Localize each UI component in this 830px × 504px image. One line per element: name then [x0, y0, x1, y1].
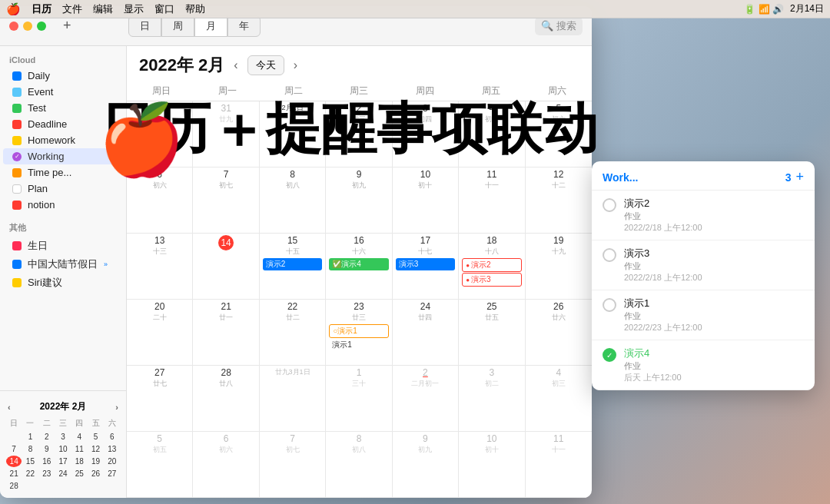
calendar-day-cell[interactable]: 30廿八: [127, 101, 193, 167]
mini-cal-day[interactable]: 10: [55, 443, 71, 455]
mini-cal-day[interactable]: 27: [105, 468, 120, 479]
reminder-circle[interactable]: [603, 198, 616, 212]
menu-window[interactable]: 窗口: [154, 2, 174, 16]
cal-prev-btn[interactable]: ‹: [234, 58, 237, 72]
calendar-day-cell[interactable]: 19十九: [526, 234, 592, 299]
menu-help[interactable]: 帮助: [185, 2, 205, 16]
mini-cal-day[interactable]: 1: [22, 431, 38, 443]
app-name[interactable]: 日历: [32, 2, 51, 16]
sidebar-item-siri[interactable]: Siri建议: [3, 274, 123, 292]
calendar-day-cell[interactable]: 10初十: [393, 167, 459, 233]
calendar-day-cell[interactable]: 6初六: [127, 167, 193, 233]
calendar-day-cell[interactable]: 17十七演示3: [393, 234, 459, 299]
reminder-item[interactable]: 演示2作业2022/2/18 上午12:00: [592, 191, 815, 240]
calendar-event[interactable]: 演示2: [263, 258, 322, 270]
calendar-event[interactable]: ✅演示4: [329, 258, 388, 270]
calendar-day-cell[interactable]: 25廿五: [459, 300, 525, 365]
reminder-circle[interactable]: [603, 348, 616, 362]
sidebar-item-plan[interactable]: Plan: [3, 181, 123, 197]
mini-cal-day[interactable]: 26: [88, 468, 103, 479]
apple-menu[interactable]: 🍎: [6, 2, 21, 16]
mini-cal-day[interactable]: 22: [22, 468, 38, 479]
calendar-day-cell[interactable]: 24廿四: [393, 300, 459, 365]
mini-cal-day[interactable]: 19: [88, 456, 103, 467]
mini-cal-day[interactable]: 6: [105, 431, 120, 443]
calendar-day-cell[interactable]: 4初五: [459, 101, 525, 167]
calendar-day-cell[interactable]: 26廿六: [526, 300, 592, 365]
mini-cal-day[interactable]: 8: [22, 443, 38, 455]
close-button[interactable]: [9, 22, 18, 31]
mini-cal-day[interactable]: 7: [6, 443, 22, 455]
calendar-day-cell[interactable]: 16十六✅演示4: [326, 234, 392, 299]
calendar-day-cell[interactable]: 10初十: [459, 432, 525, 497]
calendar-day-cell[interactable]: 2月1日: [260, 101, 326, 167]
sidebar-item-daily[interactable]: Daily: [3, 68, 123, 84]
fullscreen-button[interactable]: [37, 22, 46, 31]
calendar-day-cell[interactable]: 11十一: [526, 432, 592, 497]
mini-cal-prev[interactable]: ‹: [8, 403, 11, 412]
calendar-day-cell[interactable]: 2初三: [326, 101, 392, 167]
calendar-day-cell[interactable]: 5初六: [526, 101, 592, 167]
sidebar-item-notion[interactable]: notion: [3, 197, 123, 213]
calendar-day-cell[interactable]: 20二十: [127, 300, 193, 365]
minimize-button[interactable]: [23, 22, 32, 31]
calendar-event[interactable]: 演示1: [329, 339, 388, 351]
reminder-item[interactable]: 演示4作业后天 上午12:00: [592, 340, 815, 390]
calendar-event[interactable]: 演示3: [396, 258, 455, 270]
calendar-day-cell[interactable]: 5初五: [127, 432, 193, 497]
mini-cal-day[interactable]: 11: [71, 443, 87, 455]
menu-edit[interactable]: 编辑: [93, 2, 113, 16]
mini-cal-next[interactable]: ›: [115, 403, 118, 412]
sidebar-item-birthday[interactable]: 生日: [3, 237, 123, 255]
calendar-day-cell[interactable]: 7初七: [193, 167, 259, 233]
sidebar-item-homework[interactable]: Homework: [3, 132, 123, 148]
sidebar-item-event[interactable]: Event: [3, 84, 123, 100]
reminder-circle[interactable]: [603, 298, 616, 312]
calendar-day-cell[interactable]: 7初七: [260, 432, 326, 497]
search-box[interactable]: 🔍 搜索: [535, 17, 583, 35]
mini-cal-day[interactable]: 15: [22, 456, 38, 467]
calendar-day-cell[interactable]: 15十五演示2: [260, 234, 326, 299]
calendar-day-cell[interactable]: 3初二: [459, 366, 525, 431]
mini-cal-day[interactable]: 13: [105, 443, 120, 455]
sidebar-item-test[interactable]: Test: [3, 100, 123, 116]
calendar-day-cell[interactable]: 28廿八: [193, 366, 259, 431]
calendar-event[interactable]: ●演示3: [462, 273, 521, 287]
mini-cal-day[interactable]: 28: [6, 480, 22, 492]
add-event-button[interactable]: +: [58, 16, 76, 35]
calendar-day-cell[interactable]: 9初九: [393, 432, 459, 497]
calendar-day-cell[interactable]: 27廿七: [127, 366, 193, 431]
mini-cal-day[interactable]: 3: [55, 431, 71, 443]
mini-cal-day[interactable]: 12: [88, 443, 103, 455]
calendar-day-cell[interactable]: 31廿九: [193, 101, 259, 167]
calendar-day-cell[interactable]: 22廿二: [260, 300, 326, 365]
mini-cal-day[interactable]: 5: [88, 431, 103, 443]
reminder-circle[interactable]: [603, 248, 616, 262]
mini-cal-day[interactable]: 16: [39, 456, 55, 467]
calendar-day-cell[interactable]: 廿九3月1日: [260, 366, 326, 431]
calendar-day-cell[interactable]: 14: [193, 234, 259, 299]
mini-cal-day[interactable]: 9: [39, 443, 55, 455]
calendar-day-cell[interactable]: 21廿一: [193, 300, 259, 365]
calendar-day-cell[interactable]: 4初三: [526, 366, 592, 431]
reminder-item[interactable]: 演示3作业2022/2/18 上午12:00: [592, 240, 815, 290]
cal-next-btn[interactable]: ›: [294, 58, 297, 72]
mini-cal-day[interactable]: 20: [105, 456, 120, 467]
reminders-add-button[interactable]: +: [795, 169, 804, 185]
calendar-day-cell[interactable]: 13十三: [127, 234, 193, 299]
today-button[interactable]: 今天: [247, 55, 284, 75]
mini-cal-day[interactable]: 25: [71, 468, 87, 479]
menu-file[interactable]: 文件: [62, 2, 82, 16]
mini-cal-day[interactable]: 18: [71, 456, 87, 467]
calendar-day-cell[interactable]: 18十八●演示2●演示3: [459, 234, 525, 299]
calendar-day-cell[interactable]: 9初九: [326, 167, 392, 233]
mini-cal-day[interactable]: 2: [39, 431, 55, 443]
calendar-day-cell[interactable]: 12十二: [526, 167, 592, 233]
mini-cal-day[interactable]: 23: [39, 468, 55, 479]
mini-cal-day[interactable]: 17: [55, 456, 71, 467]
sidebar-item-deadline[interactable]: Deadline: [3, 116, 123, 132]
reminder-item[interactable]: 演示1作业2022/2/23 上午12:00: [592, 290, 815, 340]
mini-cal-day[interactable]: 24: [55, 468, 71, 479]
calendar-day-cell[interactable]: 8初八: [260, 167, 326, 233]
calendar-day-cell[interactable]: 1三十: [326, 366, 392, 431]
